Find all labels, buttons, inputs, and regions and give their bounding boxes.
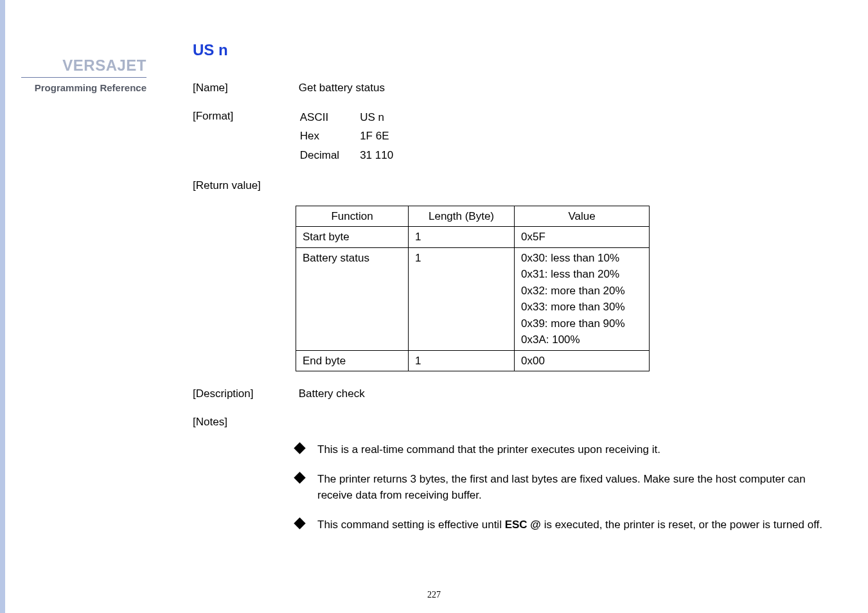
format-label: [Format]: [193, 108, 296, 125]
note-text-pre: This command setting is effective until: [317, 519, 505, 531]
rv-head-len: Length (Byte): [409, 206, 515, 227]
return-value-table: Function Length (Byte) Value Start byte …: [296, 206, 650, 372]
description-label: [Description]: [193, 386, 296, 402]
table-row: Battery status 1 0x30: less than 10% 0x3…: [296, 247, 650, 350]
battery-line: 0x30: less than 10%: [521, 250, 642, 267]
note-text: This is a real-time command that the pri…: [317, 443, 660, 456]
sidebar-subtitle: Programming Reference: [35, 82, 146, 93]
content-area: US n [Name] Get battery status [Format] …: [193, 39, 829, 546]
page-number: 227: [427, 590, 441, 600]
return-value-row: [Return value]: [193, 177, 829, 194]
name-value: Get battery status: [299, 80, 385, 96]
fmt-val: US n: [360, 109, 412, 127]
format-table: ASCIIUS n Hex1F 6E Decimal31 110: [299, 108, 414, 166]
note-text-bold: ESC @: [505, 519, 541, 531]
list-item: This is a real-time command that the pri…: [296, 441, 829, 458]
notes-label: [Notes]: [193, 414, 296, 431]
notes-list: This is a real-time command that the pri…: [296, 441, 829, 533]
description-value: Battery check: [299, 386, 365, 402]
rv-head-func: Function: [296, 206, 409, 227]
rv-val: 0x5F: [515, 227, 650, 248]
note-text: The printer returns 3 bytes, the first a…: [317, 473, 806, 502]
name-label: [Name]: [193, 80, 296, 96]
battery-line: 0x3A: 100%: [521, 332, 642, 348]
note-text-post: is executed, the printer is reset, or th…: [541, 519, 822, 531]
return-value-label: [Return value]: [193, 177, 296, 194]
sidebar-divider: [21, 77, 146, 78]
battery-line: 0x39: more than 90%: [521, 315, 642, 332]
command-title: US n: [193, 39, 829, 62]
rv-len: 1: [409, 227, 515, 248]
bullet-icon: [294, 517, 305, 529]
description-row: [Description] Battery check: [193, 386, 829, 402]
rv-len: 1: [409, 247, 515, 350]
left-rule: [0, 0, 5, 613]
battery-line: 0x32: more than 20%: [521, 283, 642, 299]
fmt-enc: Hex: [300, 128, 359, 146]
sidebar: VERSAJET Programming Reference: [5, 0, 153, 613]
rv-val: 0x00: [515, 350, 650, 371]
battery-line: 0x33: more than 30%: [521, 299, 642, 315]
rv-val: 0x30: less than 10% 0x31: less than 20% …: [515, 247, 650, 350]
bullet-icon: [294, 442, 305, 454]
bullet-icon: [294, 472, 305, 483]
format-row: [Format] ASCIIUS n Hex1F 6E Decimal31 11…: [193, 108, 829, 166]
rv-len: 1: [409, 350, 515, 371]
rv-head-val: Value: [515, 206, 650, 227]
brand-text: VERSAJET: [62, 57, 146, 75]
rv-func: Start byte: [296, 227, 409, 248]
name-row: [Name] Get battery status: [193, 80, 829, 96]
notes-row: [Notes]: [193, 414, 829, 431]
table-row: End byte 1 0x00: [296, 350, 650, 371]
battery-line: 0x31: less than 20%: [521, 266, 642, 283]
fmt-enc: ASCII: [300, 109, 359, 127]
rv-func: End byte: [296, 350, 409, 371]
table-row: Start byte 1 0x5F: [296, 227, 650, 248]
list-item: The printer returns 3 bytes, the first a…: [296, 471, 829, 504]
fmt-val: 1F 6E: [360, 128, 412, 146]
fmt-val: 31 110: [360, 147, 412, 165]
list-item: This command setting is effective until …: [296, 517, 829, 533]
fmt-enc: Decimal: [300, 147, 359, 165]
rv-func: Battery status: [296, 247, 409, 350]
